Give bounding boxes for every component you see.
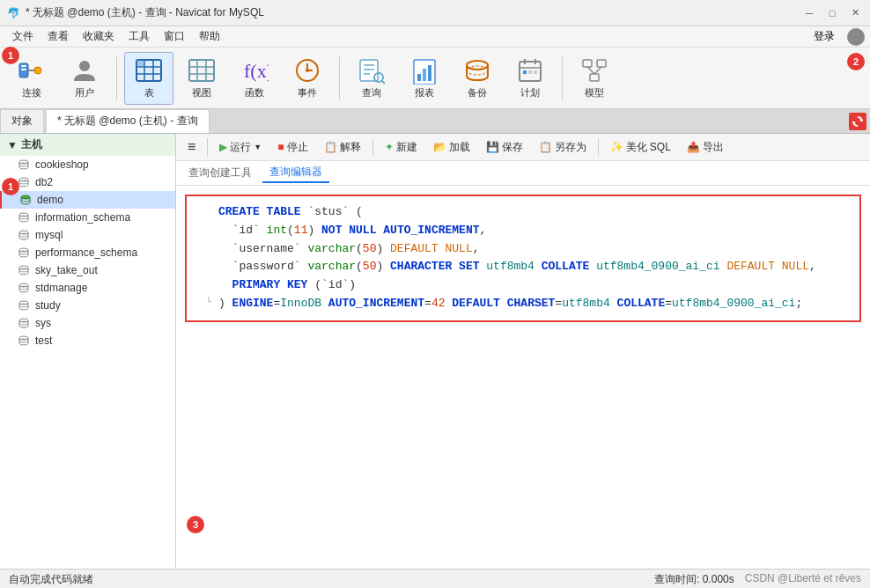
toolbar-sep-3 xyxy=(562,56,563,100)
qtoolbar-load[interactable]: 📂 加载 xyxy=(427,137,476,158)
menu-view[interactable]: 查看 xyxy=(41,27,76,46)
event-label: 事件 xyxy=(298,86,317,99)
toolbar-function[interactable]: f(x) 函数 xyxy=(230,52,279,105)
sidebar-item-performance-schema[interactable]: performance_schema xyxy=(0,244,175,261)
sidebar-item-test[interactable]: test xyxy=(0,332,175,349)
table-icon xyxy=(135,56,163,85)
code-line-5: PRIMARY KEY (`id`) xyxy=(194,276,852,295)
qtoolbar-export[interactable]: 📤 导出 xyxy=(681,137,730,158)
svg-line-25 xyxy=(382,81,385,84)
svg-point-30 xyxy=(467,61,488,70)
qtoolbar-explain[interactable]: 📋 解释 xyxy=(318,137,367,158)
line-num xyxy=(194,203,211,222)
svg-rect-29 xyxy=(428,65,431,81)
qtoolbar-stop[interactable]: ■ 停止 xyxy=(271,137,313,158)
db-icon xyxy=(18,299,30,312)
sep3 xyxy=(598,138,599,156)
toolbar-user[interactable]: 用户 xyxy=(60,52,109,105)
line-num: └ xyxy=(194,295,211,313)
db-icon xyxy=(18,158,30,171)
export-label: 导出 xyxy=(703,140,724,155)
sidebar-annotation-1: 1 xyxy=(2,178,19,195)
annotation-3: 3 xyxy=(187,516,204,533)
sidebar-item-db2[interactable]: db2 xyxy=(0,173,175,191)
event-icon xyxy=(293,56,321,85)
save-label: 保存 xyxy=(502,140,523,155)
menu-bar: 文件 查看 收藏夹 工具 窗口 帮助 登录 xyxy=(0,26,870,48)
schedule-label: 计划 xyxy=(520,86,540,99)
model-icon xyxy=(580,56,608,85)
sidebar-item-study[interactable]: study xyxy=(0,297,175,314)
sidebar-collapse-icon[interactable]: ▼ xyxy=(7,139,18,151)
user-avatar xyxy=(847,28,865,46)
tab-object[interactable]: 对象 xyxy=(0,109,44,133)
db-icon xyxy=(18,246,30,259)
model-label: 模型 xyxy=(585,86,604,99)
connect-label: 连接 xyxy=(22,86,41,99)
db-selected-icon xyxy=(19,194,32,206)
db-icon xyxy=(18,176,30,188)
qtoolbar-save[interactable]: 💾 保存 xyxy=(480,137,529,158)
svg-rect-37 xyxy=(528,70,532,74)
sidebar: 1 ▼ 主机 cookieshop db2 xyxy=(0,134,176,569)
app-icon: 🐬 xyxy=(7,7,20,19)
sidebar-item-information-schema[interactable]: information_schema xyxy=(0,209,175,226)
save-as-icon: 📋 xyxy=(539,141,552,153)
tab-query[interactable]: * 无标题 @demo (主机) - 查询 xyxy=(46,109,210,133)
qtoolbar-run[interactable]: ▶ 运行 ▼ xyxy=(213,137,268,158)
sidebar-header: ▼ 主机 xyxy=(0,134,175,156)
status-bar: 自动完成代码就绪 查询时间: 0.000s CSDN @Liberté et r… xyxy=(0,569,870,588)
toolbar-schedule[interactable]: 计划 xyxy=(505,52,555,105)
code-editor[interactable]: CREATE TABLE `stus` ( `id` int(11) NOT N… xyxy=(185,195,861,322)
function-label: 函数 xyxy=(245,86,264,99)
sep2 xyxy=(372,138,373,156)
close-button[interactable]: ✕ xyxy=(847,5,863,21)
toolbar-view[interactable]: 视图 xyxy=(177,52,226,105)
toolbar-backup[interactable]: 备份 xyxy=(453,52,502,105)
toolbar-model[interactable]: 模型 xyxy=(570,52,619,105)
query-toolbar: ≡ ▶ 运行 ▼ ■ 停止 📋 解释 ✦ 新建 📂 加 xyxy=(176,134,870,161)
main-area: 1 ▼ 主机 cookieshop db2 xyxy=(0,134,870,569)
query-label: 查询 xyxy=(362,86,381,99)
qtoolbar-save-as[interactable]: 📋 另存为 xyxy=(533,137,593,158)
sidebar-item-sys[interactable]: sys xyxy=(0,314,175,332)
qtoolbar-new[interactable]: ✦ 新建 xyxy=(379,137,424,158)
sidebar-title: 主机 xyxy=(21,137,42,152)
svg-point-5 xyxy=(79,61,90,71)
report-label: 报表 xyxy=(415,86,434,99)
load-icon: 📂 xyxy=(433,141,446,153)
load-label: 加载 xyxy=(449,140,470,155)
qtoolbar-beautify[interactable]: ✨ 美化 SQL xyxy=(604,137,677,158)
sidebar-item-mysql[interactable]: mysql xyxy=(0,226,175,244)
sub-tab-builder[interactable]: 查询创建工具 xyxy=(181,164,259,182)
new-label: 新建 xyxy=(396,140,417,155)
db-icon xyxy=(18,264,30,276)
toolbar-query[interactable]: 查询 xyxy=(347,52,396,105)
menu-file[interactable]: 文件 xyxy=(5,27,41,46)
login-button[interactable]: 登录 xyxy=(814,29,835,44)
sub-tab-editor[interactable]: 查询编辑器 xyxy=(262,163,329,183)
toolbar-event[interactable]: 事件 xyxy=(283,52,332,105)
maximize-button[interactable]: □ xyxy=(824,5,840,21)
toolbar-table[interactable]: 表 xyxy=(124,52,173,105)
schedule-icon xyxy=(516,56,544,85)
svg-point-19 xyxy=(306,69,309,72)
menu-tools[interactable]: 工具 xyxy=(122,27,157,46)
menu-window[interactable]: 窗口 xyxy=(157,27,192,46)
tab-refresh-button[interactable] xyxy=(849,113,866,130)
explain-label: 解释 xyxy=(340,140,361,155)
toolbar-report[interactable]: 报表 xyxy=(400,52,449,105)
sidebar-item-stdmanage[interactable]: stdmanage xyxy=(0,279,175,297)
sidebar-item-sky-take-out[interactable]: sky_take_out xyxy=(0,261,175,279)
qtoolbar-menu[interactable]: ≡ xyxy=(181,136,202,158)
save-icon: 💾 xyxy=(486,141,499,153)
menu-help[interactable]: 帮助 xyxy=(192,27,227,46)
status-right: 查询时间: 0.000s CSDN @Liberté et rêves xyxy=(654,572,861,587)
sidebar-item-cookieshop[interactable]: cookieshop xyxy=(0,156,175,173)
minimize-button[interactable]: ─ xyxy=(801,5,817,21)
backup-icon xyxy=(463,56,491,85)
db-icon xyxy=(18,334,30,347)
sidebar-item-demo[interactable]: demo xyxy=(0,191,175,209)
menu-favorites[interactable]: 收藏夹 xyxy=(76,27,122,46)
backup-label: 备份 xyxy=(468,86,487,99)
